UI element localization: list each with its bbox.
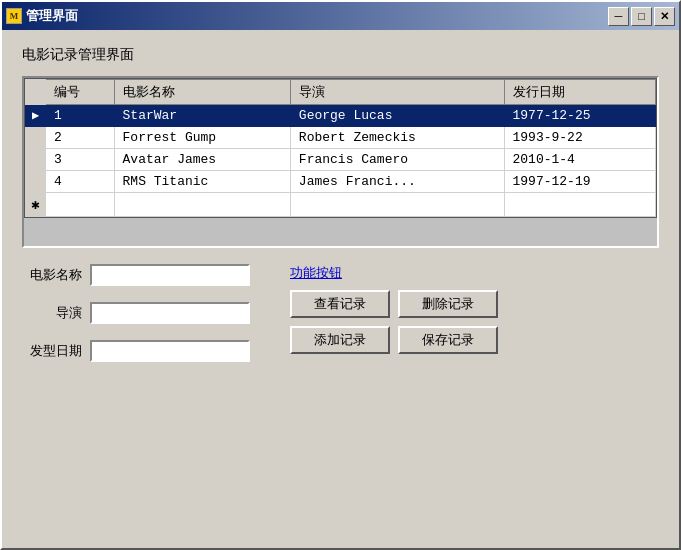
- minimize-button[interactable]: ─: [608, 7, 629, 26]
- titlebar: M 管理界面 ─ □ ✕: [2, 2, 679, 30]
- director-row: 导演: [22, 302, 250, 324]
- records-table: 编号 电影名称 导演 发行日期 ▶ 1 StarWar George Lucas…: [25, 79, 656, 217]
- date-row: 发型日期: [22, 340, 250, 362]
- new-cell-director: [290, 193, 504, 217]
- table-row[interactable]: 2 Forrest Gump Robert Zemeckis 1993-9-22: [26, 127, 656, 149]
- table-row[interactable]: 3 Avatar James Francis Camero 2010-1-4: [26, 149, 656, 171]
- movie-name-row: 电影名称: [22, 264, 250, 286]
- window-title: 管理界面: [26, 7, 608, 25]
- close-button[interactable]: ✕: [654, 7, 675, 26]
- col-director: 导演: [290, 80, 504, 105]
- view-button[interactable]: 查看记录: [290, 290, 390, 318]
- delete-button[interactable]: 删除记录: [398, 290, 498, 318]
- buttons-title: 功能按钮: [290, 264, 498, 282]
- row-indicator: ▶: [26, 105, 46, 127]
- new-row-indicator: ✱: [26, 193, 46, 217]
- cell-date: 1997-12-19: [504, 171, 656, 193]
- table-inner: 编号 电影名称 导演 发行日期 ▶ 1 StarWar George Lucas…: [24, 78, 657, 218]
- save-button[interactable]: 保存记录: [398, 326, 498, 354]
- cell-id: 1: [46, 105, 115, 127]
- cell-date: 1993-9-22: [504, 127, 656, 149]
- form-fields: 电影名称 导演 发型日期: [22, 264, 250, 362]
- col-id: 编号: [46, 80, 115, 105]
- table-row[interactable]: ▶ 1 StarWar George Lucas 1977-12-25: [26, 105, 656, 127]
- row-indicator: [26, 149, 46, 171]
- page-title: 电影记录管理界面: [22, 46, 659, 64]
- cell-name: StarWar: [114, 105, 290, 127]
- maximize-button[interactable]: □: [631, 7, 652, 26]
- cell-date: 1977-12-25: [504, 105, 656, 127]
- col-date: 发行日期: [504, 80, 656, 105]
- director-label: 导演: [22, 304, 82, 322]
- window-controls: ─ □ ✕: [608, 7, 675, 26]
- table-footer: [24, 218, 657, 246]
- buttons-section: 功能按钮 查看记录 删除记录 添加记录 保存记录: [290, 264, 498, 362]
- cell-director: James Franci...: [290, 171, 504, 193]
- new-cell-id: [46, 193, 115, 217]
- cell-id: 3: [46, 149, 115, 171]
- form-section: 电影名称 导演 发型日期 功能按钮 查看记录 删除记录 添加记录: [22, 264, 659, 362]
- add-button[interactable]: 添加记录: [290, 326, 390, 354]
- movie-name-label: 电影名称: [22, 266, 82, 284]
- date-label: 发型日期: [22, 342, 82, 360]
- buttons-grid: 查看记录 删除记录 添加记录 保存记录: [290, 290, 498, 354]
- director-input[interactable]: [90, 302, 250, 324]
- cell-name: Forrest Gump: [114, 127, 290, 149]
- new-row[interactable]: ✱: [26, 193, 656, 217]
- table-row[interactable]: 4 RMS Titanic James Franci... 1997-12-19: [26, 171, 656, 193]
- date-input[interactable]: [90, 340, 250, 362]
- cell-director: George Lucas: [290, 105, 504, 127]
- row-indicator: [26, 127, 46, 149]
- main-window: M 管理界面 ─ □ ✕ 电影记录管理界面 编号 电影名称 导演: [0, 0, 681, 550]
- movie-name-input[interactable]: [90, 264, 250, 286]
- cell-date: 2010-1-4: [504, 149, 656, 171]
- cell-director: Robert Zemeckis: [290, 127, 504, 149]
- new-cell-name: [114, 193, 290, 217]
- cell-name: RMS Titanic: [114, 171, 290, 193]
- col-indicator: [26, 80, 46, 105]
- cell-name: Avatar James: [114, 149, 290, 171]
- cell-director: Francis Camero: [290, 149, 504, 171]
- cell-id: 4: [46, 171, 115, 193]
- row-indicator: [26, 171, 46, 193]
- col-name: 电影名称: [114, 80, 290, 105]
- app-icon: M: [6, 8, 22, 24]
- new-cell-date: [504, 193, 656, 217]
- cell-id: 2: [46, 127, 115, 149]
- table-container: 编号 电影名称 导演 发行日期 ▶ 1 StarWar George Lucas…: [22, 76, 659, 248]
- content-area: 电影记录管理界面 编号 电影名称 导演 发行日期 ▶: [2, 30, 679, 548]
